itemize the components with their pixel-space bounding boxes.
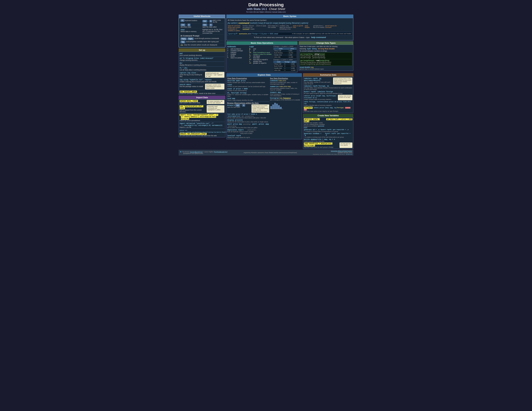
key-pgup[interactable]: PgUp (180, 37, 187, 40)
codebook-cmd: codebook make price overview of variable… (270, 80, 301, 85)
explore-box: View Data Organization describe make pri… (226, 76, 302, 139)
subtitle: with Stata 14.1 (247, 7, 267, 11)
decode-cmd: decode foreign , gen(foreignString) (300, 57, 352, 58)
data-ops-box: Arithmetic + add (numbers) + combine (st… (226, 45, 298, 72)
setup-cd: cd "C:\Program Files (x86)\Stata13" chan… (180, 57, 224, 61)
import-sysuse: sysuse auto, clear load system data (Aut… (180, 100, 224, 104)
view-org-title: View Data Organization (227, 77, 269, 79)
col-make-1: make (274, 48, 288, 50)
key-ctrl-browse[interactable]: Ctrl (235, 104, 240, 107)
key-ctrl-1[interactable]: Ctrl (202, 20, 207, 22)
tabstat-cmd: tabstat price weight mpg, by(foreign) st… (304, 95, 352, 100)
authors: Tim Essam (tessam@usaid.gov) • Laura Hug… (182, 151, 228, 153)
syntax-parts: [by varlist1:] command [varlist2] [=exp]… (228, 22, 352, 24)
search-note: packages contain extra commands that exp… (205, 84, 224, 89)
tabstat-note: displays stats formats numbers for all d… (338, 95, 352, 100)
footer: 🐦 Tim Essam (tessam@usaid.gov) • Laura H… (179, 150, 353, 156)
arith-row-mul: * multiply (227, 53, 248, 55)
page-header: Data Processing with Stata 14.1 Cheat Sh… (179, 1, 353, 14)
desc-varlist2: column to apply (256, 25, 267, 31)
count-cmd: count number of rows (observations). Can… (227, 84, 269, 87)
syntax-command: command (238, 22, 249, 24)
key-d[interactable]: D (209, 24, 212, 26)
import-header: Import Data (179, 96, 225, 99)
desc-in: apply to specific rows (293, 25, 304, 31)
setup-header: Set up (179, 48, 225, 52)
setup-capture: capture log close — close the log on any… (180, 72, 224, 78)
col-price-1: price (288, 48, 297, 50)
key-ctrl-2[interactable]: Ctrl (180, 24, 185, 26)
shortcuts-header: Useful Shortcuts (179, 15, 225, 18)
logic-gte: >= greater or equal to (249, 62, 272, 64)
encode-cmd: encode foreignString, gen(foreignNumeric… (300, 63, 352, 65)
egen-cmd: egen meanPrice = mean(price), by(foreign… (304, 142, 352, 148)
setup-ssc: ssc install mdesc install the package md… (180, 91, 224, 94)
browse-note: Missing values are treated as the larges… (251, 104, 269, 113)
import-section: Import Data sysuse auto, clear load syst… (179, 96, 225, 137)
table-row: Buick Riviera010,372 (274, 65, 297, 67)
capture-note: underlined parts are shortcuts — use "ca… (205, 72, 224, 78)
command-prompt-header: At Command Prompt (180, 35, 224, 37)
tabulate2-cmd: tabulate rep78 foreign, mi two-way table… (304, 85, 352, 90)
key-8-browse[interactable]: 8 (242, 104, 245, 107)
syntax-by: [by varlist1:] (228, 22, 238, 24)
data-tables-col: if foreign != 1 & price >= 10000 make pr… (273, 46, 297, 71)
recast-desc: generic way to convert between types (300, 68, 352, 70)
tostring-cmd: tostring foreign, gen(foreignString) (300, 55, 352, 57)
gen-foreignstring: gen foreignString = string(foreign) (300, 53, 352, 55)
arith-row-combine: + combine (strings) (227, 50, 248, 52)
explore-left-col: View Data Organization describe make pri… (227, 77, 269, 138)
key-9[interactable]: 9 (209, 20, 212, 22)
data-table-1: make price Chevy Colt3,984 Buick Riviera… (273, 47, 297, 58)
cc-license: CC BY 4.0 (346, 154, 352, 155)
import-webuse: webuse "wb_indicators_long" set web-base… (180, 133, 224, 137)
setup-box: pwd print current (working) directory cd… (179, 52, 225, 95)
setup-pwd: pwd print current (working) directory (180, 53, 224, 56)
explore-header: Explore Data (226, 73, 302, 76)
shortcuts-section: Useful Shortcuts F2 keyboard buttons Ctr… (179, 15, 225, 47)
shortcut-tab: Tab autocompletes variable name after ty… (180, 40, 224, 44)
syntax-intro: All Stata functions have the same format… (228, 19, 352, 21)
key-f2[interactable]: F2 (180, 19, 184, 22)
author-email-2[interactable]: lhughes@usaid.gov (214, 151, 227, 153)
author-email-1[interactable]: tessam@usaid.gov (190, 151, 203, 153)
syntax-weight: [weight] (279, 22, 285, 24)
svg-rect-5 (280, 107, 282, 109)
col-foreign-2: foreign (284, 61, 291, 63)
list-cmd: list make price if price > 10000 & !miss… (227, 113, 269, 119)
cmd-clear: clear (180, 29, 185, 31)
destring-cmd: destring foreignString, gen(foreignNumer… (300, 61, 352, 63)
logic-lt: < less than (249, 57, 272, 59)
shortcuts-box: F2 keyboard buttons Ctrl + 9 open a new … (179, 18, 225, 47)
table-row: Honda Civic14,499 (274, 67, 297, 69)
key-ctrl-3[interactable]: Ctrl (202, 24, 207, 26)
setup-dir: dir display filenames in working directo… (180, 62, 224, 66)
twitter-icon: 🐦 (180, 151, 182, 153)
desc-by: apply the command across each unique com… (228, 25, 242, 31)
sysuse-note: for many examples, we use the auto datas… (207, 100, 224, 104)
import-excel: import excel "yourSpreadsheet.xlsx", /* … (180, 114, 224, 121)
syntax-example: bysort rep78 : summarize price if foreig… (228, 32, 352, 36)
svg-rect-1 (272, 104, 274, 109)
ds-cmd: ds, has(type string) lookfor "in." searc… (227, 92, 269, 97)
key-8[interactable]: 8 (188, 24, 190, 26)
basic-syntax-section: Basic Syntax All Stata functions have th… (226, 15, 353, 40)
key-tab[interactable]: Tab (180, 41, 185, 43)
setup-fs: fs *.dta List all Stata data in working … (180, 67, 224, 71)
logic-label: Logic (249, 46, 272, 47)
logic-or: | or (249, 50, 272, 52)
cmd-cls: cls (180, 44, 183, 46)
create-vars-section: Create New Variables generate mpgSq = mp… (303, 114, 353, 149)
key-pgdn[interactable]: PgDn (188, 37, 194, 40)
describe-cmd: describe make price display variable typ… (227, 80, 269, 83)
shortcut-cls: cls clear the console (where results are… (180, 44, 224, 47)
desc-exp: save output as a new variable (268, 25, 279, 31)
geocenter-link[interactable]: geocenter.github.io/StataTraining (331, 150, 352, 152)
summarize-section: Summarize Data tabulate rep78, mi gen(re… (303, 73, 353, 113)
svg-rect-0 (270, 106, 272, 109)
logic-assign: = assigns a value to a variable (249, 53, 272, 55)
arith-row-div: / divide (227, 55, 248, 57)
table-row: Chevy Colt3,984 (274, 50, 297, 52)
summarize-cmd: summarize make price mpg print summary s… (270, 86, 301, 91)
col-make-2: make (274, 61, 284, 63)
